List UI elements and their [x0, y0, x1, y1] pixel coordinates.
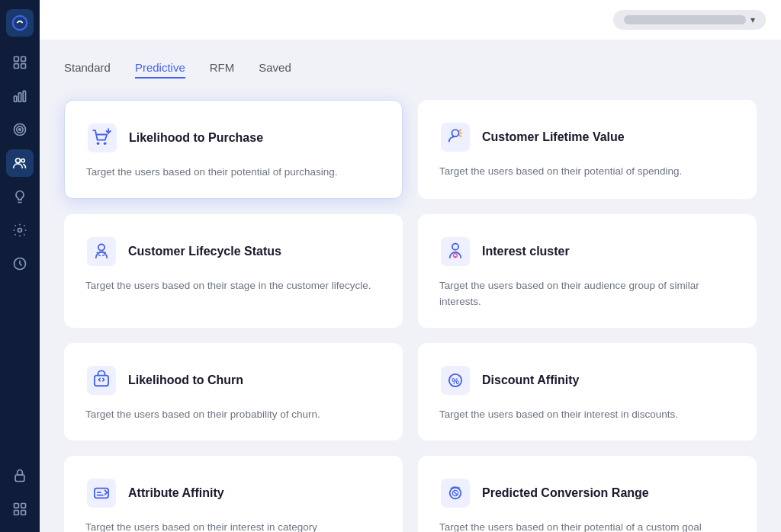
- svg-rect-18: [14, 511, 19, 515]
- card-desc: Target the users based on their potentia…: [439, 164, 735, 179]
- sidebar: [0, 0, 40, 532]
- sidebar-item-grid2[interactable]: [6, 495, 34, 523]
- svg-point-10: [19, 129, 21, 131]
- card-likelihood-purchase[interactable]: Likelihood to Purchase Target the users …: [64, 100, 403, 199]
- svg-rect-3: [14, 64, 19, 69]
- card-predicted-conversion-range[interactable]: Predicted Conversion Range Target the us…: [418, 456, 757, 532]
- svg-point-13: [18, 229, 22, 232]
- card-likelihood-churn[interactable]: Likelihood to Churn Target the users bas…: [64, 343, 403, 441]
- svg-rect-1: [14, 57, 19, 62]
- svg-rect-25: [87, 237, 116, 266]
- svg-point-22: [104, 142, 107, 145]
- sidebar-bottom: [6, 462, 34, 523]
- svg-rect-17: [21, 504, 26, 508]
- card-header: Customer Lifecycle Status: [85, 236, 381, 268]
- svg-rect-27: [441, 237, 470, 266]
- likelihood-purchase-icon: [86, 122, 118, 154]
- card-interest-cluster[interactable]: Interest cluster Target the users based …: [418, 214, 757, 328]
- card-customer-lifetime-value[interactable]: Customer Lifetime Value Target the users…: [418, 100, 757, 199]
- card-header: Likelihood to Churn: [85, 364, 381, 396]
- sidebar-item-target[interactable]: [6, 116, 34, 143]
- card-title: Predicted Conversion Range: [482, 486, 649, 500]
- dropdown-arrow-icon: ▾: [750, 14, 755, 25]
- card-title: Likelihood to Churn: [128, 373, 243, 387]
- main-content: ▾ Standard Predictive RFM Saved: [40, 0, 781, 532]
- sidebar-item-chart[interactable]: [6, 82, 34, 110]
- attribute-affinity-icon: [85, 477, 117, 509]
- svg-rect-4: [21, 64, 26, 69]
- workspace-dropdown-text: [624, 15, 746, 24]
- predicted-conversion-range-icon: [439, 477, 471, 509]
- card-header: Predicted Conversion Range: [439, 477, 735, 509]
- card-customer-lifecycle-status[interactable]: Customer Lifecycle Status Target the use…: [64, 214, 403, 328]
- sidebar-item-lightbulb[interactable]: [6, 183, 34, 210]
- card-header: Likelihood to Purchase: [86, 122, 381, 154]
- tab-saved[interactable]: Saved: [259, 61, 291, 79]
- customer-lifetime-value-icon: [439, 121, 471, 153]
- card-header: Customer Lifetime Value: [439, 121, 735, 153]
- workspace-dropdown[interactable]: ▾: [613, 10, 766, 30]
- svg-rect-15: [15, 475, 24, 481]
- card-desc: Target the users based on their audience…: [439, 278, 735, 309]
- sidebar-item-clock[interactable]: [6, 250, 34, 277]
- card-desc: Target the users based on their interest…: [85, 520, 381, 532]
- svg-rect-5: [14, 96, 17, 102]
- svg-point-11: [16, 159, 21, 163]
- svg-rect-19: [21, 511, 26, 515]
- card-title: Discount Affinity: [482, 373, 579, 387]
- card-header: Interest cluster: [439, 236, 735, 268]
- svg-point-29: [455, 256, 457, 258]
- svg-rect-6: [18, 93, 21, 102]
- svg-rect-7: [23, 91, 25, 101]
- tab-standard[interactable]: Standard: [64, 61, 111, 79]
- card-discount-affinity[interactable]: % Discount Affinity Target the users bas…: [418, 343, 757, 441]
- likelihood-churn-icon: [85, 364, 117, 396]
- sidebar-item-grid[interactable]: [6, 49, 34, 76]
- sidebar-item-settings[interactable]: [6, 216, 34, 244]
- svg-point-0: [13, 16, 27, 30]
- card-title: Interest cluster: [482, 245, 570, 258]
- card-header: Attribute Affinity: [85, 477, 381, 509]
- tab-predictive[interactable]: Predictive: [135, 61, 185, 79]
- svg-point-12: [21, 159, 24, 162]
- card-desc: Target the users based on their stage in…: [85, 278, 381, 293]
- page-content: Standard Predictive RFM Saved: [40, 40, 781, 532]
- card-desc: Target the users based on their interest…: [439, 407, 735, 422]
- svg-rect-35: [87, 479, 116, 508]
- card-desc: Target the users based on their probabil…: [85, 407, 381, 422]
- card-header: % Discount Affinity: [439, 364, 735, 396]
- sidebar-logo[interactable]: [6, 9, 34, 37]
- card-title: Likelihood to Purchase: [129, 131, 263, 145]
- interest-cluster-icon: [439, 236, 471, 268]
- tabs-bar: Standard Predictive RFM Saved: [64, 61, 757, 79]
- header: ▾: [40, 0, 781, 40]
- svg-rect-2: [21, 57, 26, 62]
- sidebar-item-users[interactable]: [6, 149, 34, 177]
- sidebar-item-lock[interactable]: [6, 462, 34, 489]
- discount-affinity-icon: %: [439, 364, 471, 396]
- tab-rfm[interactable]: RFM: [210, 61, 235, 79]
- svg-rect-20: [88, 123, 117, 152]
- svg-point-21: [97, 142, 100, 145]
- card-desc: Target the users based on their potentia…: [439, 520, 735, 532]
- cards-grid: Likelihood to Purchase Target the users …: [64, 100, 757, 532]
- customer-lifecycle-icon: [85, 236, 117, 268]
- card-attribute-affinity[interactable]: Attribute Affinity Target the users base…: [64, 456, 403, 532]
- card-title: Customer Lifetime Value: [482, 130, 625, 144]
- svg-text:%: %: [452, 376, 459, 385]
- card-title: Attribute Affinity: [128, 486, 224, 500]
- card-title: Customer Lifecycle Status: [128, 245, 281, 258]
- svg-rect-16: [14, 504, 19, 508]
- card-desc: Target the users based on their potentia…: [86, 165, 381, 180]
